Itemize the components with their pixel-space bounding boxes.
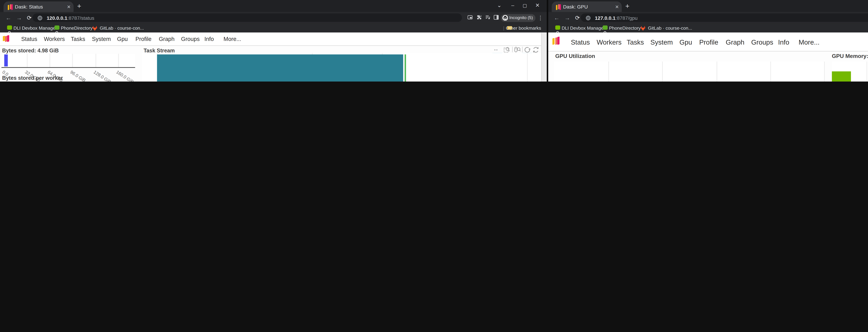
address-bar[interactable]: 127.0.0.1:8787/gpu xyxy=(581,13,868,22)
bokeh-wheel-zoom-icon[interactable] xyxy=(514,47,521,53)
tab-close-icon[interactable]: ✕ xyxy=(67,4,71,10)
bookmark-dli-icon xyxy=(555,25,560,30)
other-bookmarks[interactable]: Other bookmarks xyxy=(506,26,541,31)
gpu-memory-plot[interactable] xyxy=(832,61,868,81)
bokeh-reset-icon[interactable] xyxy=(532,47,539,53)
url-path: :8787/gpu xyxy=(616,15,638,21)
new-tab-button[interactable]: + xyxy=(77,2,81,10)
task-stream-title: Task Stream xyxy=(144,47,175,54)
address-bar[interactable]: 120.0.0.1:8787/status xyxy=(32,13,462,22)
task-stream-plot[interactable] xyxy=(142,53,541,81)
picture-in-picture-icon[interactable] xyxy=(467,15,472,20)
minimize-button[interactable]: – xyxy=(511,2,514,8)
forward-icon[interactable]: → xyxy=(16,14,22,21)
nav-graph[interactable]: Graph xyxy=(726,38,745,46)
bookmark-gitlab-icon xyxy=(92,25,98,31)
url-host: 120.0.0.1 xyxy=(47,15,67,21)
new-tab-button[interactable]: + xyxy=(625,2,629,10)
browser-tab-status[interactable]: Dask: Status ✕ xyxy=(3,1,73,12)
nav-tasks[interactable]: Tasks xyxy=(71,36,85,42)
axis-tick: 128.0 GiB xyxy=(93,69,112,81)
nav-system[interactable]: System xyxy=(92,36,111,42)
incognito-badge[interactable]: Incognito (5) xyxy=(501,14,535,22)
maximize-button[interactable]: ▢ xyxy=(523,3,527,8)
tab-strip: Dask: Status ✕ + ⌄ – ▢ ✕ xyxy=(0,0,547,12)
nav-workers[interactable]: Workers xyxy=(597,38,621,46)
bytes-stored-plot[interactable] xyxy=(1,54,135,68)
forward-icon[interactable]: → xyxy=(564,14,570,21)
gpu-memory-title: GPU Memory: 4.67 GiB / 60.00 GiB xyxy=(832,53,868,60)
gpu-utilization-plot[interactable] xyxy=(554,61,825,81)
tab-title: Dask: Status xyxy=(15,4,43,9)
reload-icon[interactable]: ⟳ xyxy=(575,14,580,21)
bookmark-dli[interactable]: DLI Devbox Manager xyxy=(13,26,57,31)
nav-more[interactable]: More... xyxy=(224,36,241,42)
browser-toolbar: ← → ⟳ 120.0.0.1:8787/status Incognito (5… xyxy=(0,12,547,23)
incognito-label: Incognito (5) xyxy=(509,15,533,20)
nav-workers[interactable]: Workers xyxy=(44,36,65,42)
url-path: :8787/status xyxy=(67,15,94,21)
bytes-stored-bar xyxy=(4,55,7,66)
nav-graph[interactable]: Graph xyxy=(159,36,175,42)
nav-status[interactable]: Status xyxy=(571,38,590,46)
nav-status[interactable]: Status xyxy=(21,36,37,42)
side-panel-icon[interactable] xyxy=(494,15,499,20)
nav-profile[interactable]: Profile xyxy=(135,36,151,42)
axis-tick: 96.0 GiB xyxy=(70,69,87,81)
nav-system[interactable]: System xyxy=(650,38,673,46)
bytes-per-worker-title: Bytes stored per worker xyxy=(2,75,63,81)
nav-groups[interactable]: Groups xyxy=(181,36,199,42)
reload-icon[interactable]: ⟳ xyxy=(27,14,32,21)
dask-status-page: Status Workers Tasks System Gpu Profile … xyxy=(0,32,547,81)
dask-gpu-page: Status Workers Tasks System Gpu Profile … xyxy=(548,32,868,81)
incognito-icon xyxy=(502,14,508,21)
bytes-stored-title: Bytes stored: 4.98 GiB xyxy=(2,47,59,54)
extensions-puzzle-icon[interactable] xyxy=(477,15,482,20)
bokeh-box-zoom-icon[interactable] xyxy=(504,47,510,53)
globe-icon xyxy=(37,15,42,21)
tab-close-icon[interactable]: ✕ xyxy=(615,4,619,10)
bookmark-phonedirectory[interactable]: PhoneDirectory xyxy=(61,26,93,31)
url-host: 127.0.0.1 xyxy=(595,15,616,21)
bookmark-gitlab[interactable]: GitLab · course-con... xyxy=(648,26,692,31)
dask-logo-icon xyxy=(3,35,9,42)
nav-gpu[interactable]: Gpu xyxy=(679,38,692,46)
dask-navbar: Status Workers Tasks System Gpu Profile … xyxy=(548,32,868,52)
nav-profile[interactable]: Profile xyxy=(699,38,718,46)
tab-strip: Dask: GPU ✕ + ⌄ – ▢ ✕ xyxy=(548,0,868,12)
browser-window-status: Dask: Status ✕ + ⌄ – ▢ ✕ ← → ⟳ 120.0.0.1… xyxy=(0,0,547,81)
bookmark-phonedirectory-icon xyxy=(603,25,607,30)
bookmarks-divider: | xyxy=(503,26,504,31)
nav-tasks[interactable]: Tasks xyxy=(627,38,644,46)
nav-info[interactable]: Info xyxy=(205,36,214,42)
dask-navbar: Status Workers Tasks System Gpu Profile … xyxy=(0,32,547,46)
bookmark-phonedirectory-icon xyxy=(55,25,59,30)
gpu-memory-bar xyxy=(832,71,851,81)
bookmark-dli[interactable]: DLI Devbox Manager xyxy=(562,26,605,31)
nav-gpu[interactable]: Gpu xyxy=(117,36,128,42)
globe-icon xyxy=(586,15,591,21)
browser-tab-gpu[interactable]: Dask: GPU ✕ xyxy=(552,1,622,12)
bokeh-zoom-in-icon[interactable] xyxy=(524,47,530,53)
tab-title: Dask: GPU xyxy=(563,4,588,9)
back-icon[interactable]: ← xyxy=(6,14,11,21)
bookmarks-bar: DLI Devbox Manager PhoneDirectory GitLab… xyxy=(548,23,868,32)
close-button[interactable]: ✕ xyxy=(535,2,540,8)
kebab-menu-icon[interactable]: ⋮ xyxy=(538,14,544,21)
nav-info[interactable]: Info xyxy=(778,38,789,46)
back-icon[interactable]: ← xyxy=(554,14,559,21)
media-playlist-icon[interactable] xyxy=(485,15,490,20)
bokeh-pan-icon[interactable]: ↔ xyxy=(493,46,499,53)
page-scrollbar[interactable] xyxy=(541,32,547,81)
nav-more[interactable]: More... xyxy=(799,38,819,46)
dask-favicon-icon xyxy=(8,4,13,10)
browser-toolbar: ← → ⟳ 127.0.0.1:8787/gpu Incognito (5) ⋮ xyxy=(548,12,868,23)
tab-search-icon[interactable]: ⌄ xyxy=(497,2,501,8)
bookmark-phonedirectory[interactable]: PhoneDirectory xyxy=(609,26,641,31)
bookmarks-bar: DLI Devbox Manager PhoneDirectory GitLab… xyxy=(0,23,547,32)
gpu-utilization-title: GPU Utilization xyxy=(555,53,595,60)
desktop: Dask: Status ✕ + ⌄ – ▢ ✕ ← → ⟳ 120.0.0.1… xyxy=(0,0,868,81)
bookmark-gitlab-icon xyxy=(640,25,646,31)
bookmark-gitlab[interactable]: GitLab · course-con... xyxy=(100,26,144,31)
nav-groups[interactable]: Groups xyxy=(751,38,773,46)
